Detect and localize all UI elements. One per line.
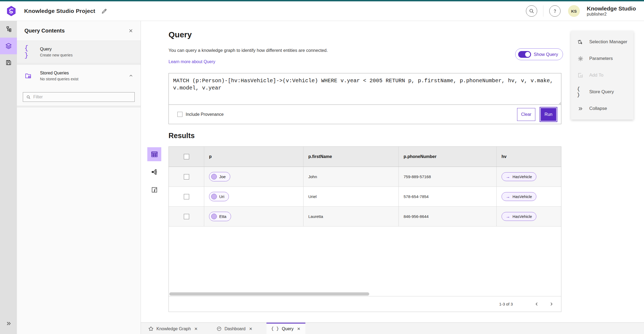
edge-pill-label: HasVehicle [513, 214, 532, 219]
map-icon [151, 186, 158, 193]
show-query-label: Show Query [534, 52, 558, 57]
node-pill[interactable]: Etta [209, 212, 231, 221]
edge-pill[interactable]: → HasVehicle [502, 192, 536, 201]
filter-input[interactable] [33, 95, 131, 99]
panel-divider [17, 63, 141, 65]
close-icon[interactable]: ✕ [194, 326, 198, 331]
action-collapse[interactable]: Collapse [571, 100, 634, 117]
close-icon[interactable]: ✕ [249, 326, 253, 331]
action-add-to: Add To [571, 67, 634, 84]
rail-item-query-layers[interactable] [0, 38, 17, 54]
run-button[interactable]: Run [540, 107, 557, 122]
node-pill[interactable]: Uri [209, 192, 229, 201]
query-textarea[interactable]: MATCH (p:Person)-[hv:HasVehicle]->(v:Veh… [169, 73, 561, 105]
panel-title: Query Contents [24, 28, 65, 34]
include-provenance-checkbox[interactable] [177, 112, 182, 117]
graph-icon [148, 326, 153, 331]
braces-icon: { } [271, 326, 279, 331]
user-avatar[interactable]: KS [568, 5, 580, 17]
app-header: Knowledge Studio Project KS Knowledge St… [0, 1, 644, 21]
node-dot-icon [211, 214, 217, 219]
account-info: Knowledge Studio publisher2 [587, 5, 638, 17]
project-title: Knowledge Studio Project [24, 8, 95, 14]
node-dot-icon [211, 194, 217, 199]
rail-item-knowledge-graph[interactable] [0, 21, 17, 38]
view-table-button[interactable] [147, 147, 161, 161]
query-contents-panel: Query Contents { } Query Create new quer… [17, 21, 141, 334]
panel-item-query-label: Query [40, 47, 72, 52]
filter-field[interactable] [23, 92, 135, 102]
hierarchy-icon [5, 26, 12, 33]
cell-phonenumber: 759-889-57168 [399, 167, 497, 186]
pagination-next-button[interactable] [547, 300, 556, 309]
view-graph-button[interactable] [147, 165, 161, 179]
edge-pill[interactable]: → HasVehicle [502, 212, 536, 221]
toggle-switch-on[interactable] [518, 51, 531, 58]
action-parameters[interactable]: Parameters [571, 50, 634, 67]
table-row: Joe John 759-889-57168 → HasVehicle [169, 167, 561, 187]
left-rail [0, 21, 17, 334]
results-title: Results [169, 132, 195, 140]
panel-divider [17, 106, 141, 107]
cell-phonenumber: 846-956-8644 [399, 207, 497, 226]
column-header-firstname[interactable]: p.firstName [303, 147, 399, 167]
table-row: Uri Uriel 578-654-7854 → HasVehicle [169, 187, 561, 207]
panel-item-query[interactable]: { } Query Create new queries [17, 41, 141, 63]
panel-close-button[interactable] [129, 28, 133, 33]
tab-label: Dashboard [225, 326, 246, 331]
query-controls-row: Include Provenance Clear Run [169, 105, 561, 124]
column-header-phonenumber[interactable]: p.phoneNumber [399, 147, 497, 167]
action-label: Collapse [589, 106, 607, 111]
tab-dashboard[interactable]: Dashboard ✕ [212, 323, 257, 334]
include-provenance-option[interactable]: Include Provenance [177, 112, 224, 117]
horizontal-scrollbar [169, 292, 561, 296]
close-icon[interactable]: ✕ [297, 326, 301, 331]
action-selection-manager[interactable]: Selection Manager [571, 34, 634, 50]
table-icon [151, 151, 158, 158]
tab-label: Knowledge Graph [156, 326, 191, 331]
node-dot-icon [211, 174, 217, 179]
node-pill-label: Uri [219, 194, 224, 199]
collapse-section-button[interactable] [129, 74, 133, 78]
node-pill-label: Etta [219, 214, 226, 219]
select-all-checkbox[interactable] [184, 154, 189, 159]
results-view-switcher [147, 147, 161, 197]
tab-query[interactable]: { } Query ✕ [266, 323, 305, 334]
header-divider [543, 5, 543, 17]
clear-button[interactable]: Clear [517, 108, 535, 121]
gear-icon [577, 56, 584, 62]
tab-knowledge-graph[interactable]: Knowledge Graph ✕ [144, 323, 203, 334]
view-map-button[interactable] [147, 183, 161, 197]
node-pill[interactable]: Joe [209, 172, 230, 181]
selection-manager-icon [577, 39, 584, 45]
panel-header: Query Contents [17, 21, 141, 41]
panel-item-stored-sublabel: No stored queries exist [40, 77, 78, 81]
row-checkbox[interactable] [184, 194, 189, 199]
action-store-query[interactable]: { } Store Query [571, 84, 634, 100]
action-label: Selection Manager [589, 39, 627, 45]
braces-icon: { } [577, 86, 584, 98]
row-checkbox[interactable] [184, 214, 189, 219]
panel-item-stored-queries[interactable]: Stored Queries No stored queries exist [17, 65, 141, 87]
pagination-prev-button[interactable] [532, 300, 541, 309]
help-button[interactable] [549, 5, 561, 17]
edit-project-name-icon[interactable] [101, 8, 107, 14]
rail-item-save[interactable] [0, 54, 17, 71]
scrollbar-thumb[interactable] [169, 292, 369, 296]
column-header-p[interactable]: p [204, 147, 303, 167]
row-checkbox[interactable] [184, 174, 189, 179]
expand-rail-button[interactable] [0, 321, 17, 326]
show-query-toggle[interactable]: Show Query [515, 48, 563, 60]
save-icon [5, 59, 12, 66]
query-actions-panel: Selection Manager Parameters Add To [571, 31, 634, 120]
chevron-left-icon [535, 302, 539, 306]
search-button[interactable] [526, 5, 537, 17]
account-username: publisher2 [587, 12, 636, 17]
edge-arrow-icon: → [506, 174, 510, 179]
double-chevron-right-icon [6, 321, 12, 326]
edge-pill[interactable]: → HasVehicle [502, 172, 536, 181]
edge-pill-label: HasVehicle [513, 175, 532, 179]
column-header-hv[interactable]: hv [497, 147, 561, 167]
network-icon [151, 168, 158, 175]
learn-more-link[interactable]: Learn more about Query [169, 59, 215, 64]
